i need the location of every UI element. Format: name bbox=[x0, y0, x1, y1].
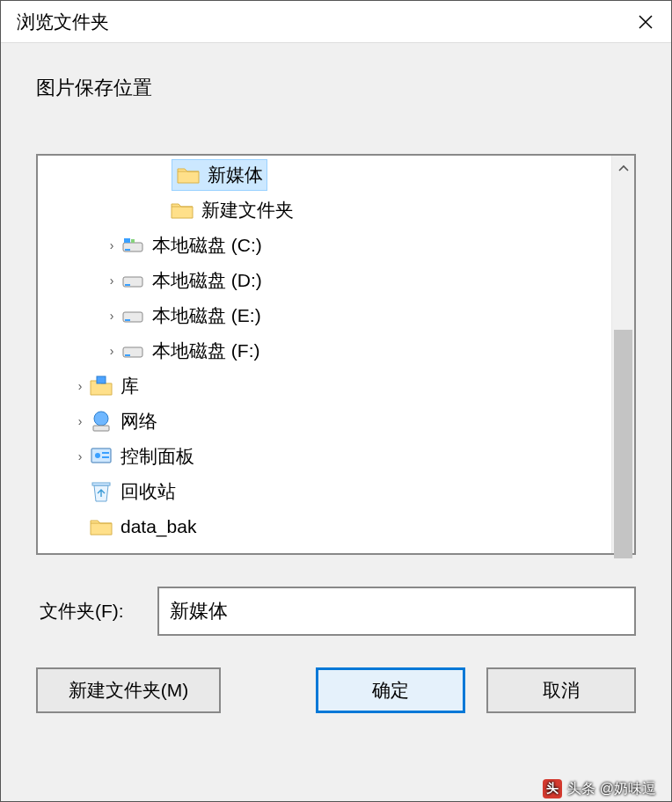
scroll-thumb[interactable] bbox=[614, 330, 632, 558]
tree-item[interactable]: ›本地磁盘 (E:) bbox=[38, 298, 634, 333]
tree-item-label: 回收站 bbox=[121, 479, 176, 504]
ok-button[interactable]: 确定 bbox=[316, 667, 465, 713]
tree-item[interactable]: ›网络 bbox=[38, 404, 634, 439]
expander-icon[interactable]: › bbox=[71, 449, 89, 463]
tree-item[interactable]: 回收站 bbox=[38, 474, 634, 509]
tree-item[interactable]: ›本地磁盘 (F:) bbox=[38, 333, 634, 368]
svg-rect-12 bbox=[93, 426, 109, 431]
tree-item-label: data_bak bbox=[121, 516, 196, 537]
tree-item-label: 新建文件夹 bbox=[201, 198, 294, 222]
recycle-bin-icon bbox=[89, 479, 113, 504]
scroll-up-button[interactable] bbox=[612, 156, 634, 180]
svg-point-14 bbox=[95, 453, 100, 458]
scrollbar[interactable] bbox=[611, 156, 634, 553]
tree-item-label: 本地磁盘 (F:) bbox=[152, 339, 259, 363]
new-folder-label: 新建文件夹(M) bbox=[69, 678, 188, 703]
svg-rect-7 bbox=[125, 319, 130, 321]
tree-item-label: 本地磁盘 (E:) bbox=[152, 303, 261, 328]
folder-name-label: 文件夹(F): bbox=[36, 599, 142, 623]
cancel-button[interactable]: 取消 bbox=[486, 667, 636, 713]
window-title: 浏览文件夹 bbox=[17, 10, 620, 34]
svg-rect-13 bbox=[91, 448, 111, 463]
expander-icon[interactable]: › bbox=[103, 273, 121, 288]
svg-rect-15 bbox=[102, 452, 109, 454]
folder-tree: 新媒体新建文件夹›本地磁盘 (C:)›本地磁盘 (D:)›本地磁盘 (E:)›本… bbox=[36, 154, 636, 555]
tree-item-label: 新媒体 bbox=[208, 163, 263, 187]
ok-label: 确定 bbox=[372, 678, 409, 703]
svg-point-11 bbox=[94, 412, 108, 426]
expander-icon[interactable]: › bbox=[103, 309, 121, 323]
tree-item-label: 本地磁盘 (C:) bbox=[152, 233, 262, 258]
dialog-content: 图片保存位置 新媒体新建文件夹›本地磁盘 (C:)›本地磁盘 (D:)›本地磁盘… bbox=[1, 43, 671, 801]
tree-item[interactable]: ›本地磁盘 (C:) bbox=[38, 228, 634, 263]
disk-icon bbox=[121, 268, 145, 293]
svg-rect-9 bbox=[125, 354, 130, 356]
tree-item[interactable]: 新建文件夹 bbox=[38, 193, 634, 228]
tree-item[interactable]: data_bak bbox=[38, 509, 634, 544]
tree-item[interactable]: ›本地磁盘 (D:) bbox=[38, 263, 634, 298]
tree-item[interactable]: ›控制面板 bbox=[38, 439, 634, 474]
new-folder-button[interactable]: 新建文件夹(M) bbox=[36, 667, 221, 713]
network-icon bbox=[89, 409, 113, 434]
tree-scroll-area[interactable]: 新媒体新建文件夹›本地磁盘 (C:)›本地磁盘 (D:)›本地磁盘 (E:)›本… bbox=[38, 156, 634, 553]
close-icon bbox=[638, 14, 654, 30]
folder-name-input[interactable]: 新媒体 bbox=[157, 587, 636, 636]
folder-icon bbox=[89, 514, 113, 539]
chevron-up-icon bbox=[618, 164, 629, 171]
folder-icon bbox=[170, 198, 194, 222]
expander-icon[interactable]: › bbox=[71, 414, 89, 428]
tree-item-label: 网络 bbox=[121, 409, 157, 434]
disk-icon bbox=[121, 339, 145, 363]
scroll-track[interactable] bbox=[612, 180, 634, 529]
expander-icon[interactable]: › bbox=[103, 238, 121, 252]
tree-item-label: 本地磁盘 (D:) bbox=[152, 268, 262, 293]
svg-rect-10 bbox=[97, 376, 106, 383]
watermark-icon: 头 bbox=[543, 779, 562, 798]
tree-item[interactable]: 新媒体 bbox=[38, 157, 634, 193]
button-row: 新建文件夹(M) 确定 取消 bbox=[36, 667, 636, 713]
svg-rect-3 bbox=[131, 239, 135, 243]
folder-icon bbox=[176, 163, 201, 187]
svg-rect-16 bbox=[102, 456, 109, 458]
watermark: 头 头条 @奶味逗 bbox=[543, 779, 656, 798]
library-icon bbox=[89, 374, 113, 398]
svg-rect-5 bbox=[125, 284, 130, 286]
tree-item[interactable]: ›库 bbox=[38, 368, 634, 404]
expander-icon[interactable]: › bbox=[71, 379, 89, 393]
svg-rect-2 bbox=[124, 238, 130, 243]
svg-rect-1 bbox=[125, 249, 130, 251]
folder-name-value: 新媒体 bbox=[170, 598, 228, 624]
svg-rect-17 bbox=[92, 483, 110, 485]
close-button[interactable] bbox=[620, 1, 671, 43]
titlebar: 浏览文件夹 bbox=[1, 1, 671, 43]
cancel-label: 取消 bbox=[543, 678, 580, 703]
watermark-text: 头条 @奶味逗 bbox=[567, 780, 656, 798]
expander-icon[interactable]: › bbox=[103, 344, 121, 358]
folder-name-row: 文件夹(F): 新媒体 bbox=[36, 587, 636, 636]
disk-c-icon bbox=[121, 233, 145, 258]
tree-item-label: 控制面板 bbox=[121, 444, 194, 469]
disk-icon bbox=[121, 303, 145, 328]
control-panel-icon bbox=[89, 444, 113, 469]
prompt-text: 图片保存位置 bbox=[36, 75, 636, 101]
tree-item-label: 库 bbox=[121, 374, 139, 398]
